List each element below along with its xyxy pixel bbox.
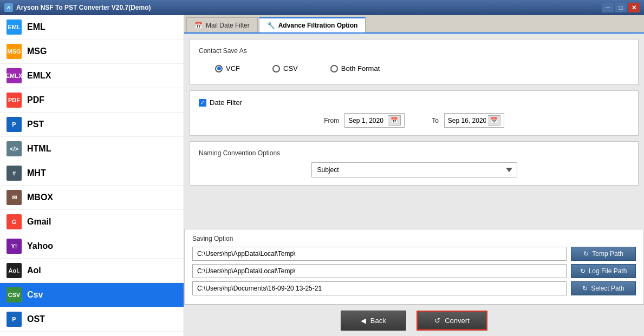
mbox-label: MBOX <box>27 193 53 202</box>
pdf-label: PDF <box>27 95 44 105</box>
log-file-path-row: ↻ Log File Path <box>192 264 636 278</box>
date-row: From 📅 To 📅 <box>199 113 629 128</box>
temp-path-icon: ↻ <box>583 250 589 258</box>
select-path-button[interactable]: ↻ Select Path <box>571 281 636 295</box>
radio-vcf[interactable]: VCF <box>215 64 240 73</box>
mht-icon: # <box>6 166 22 181</box>
select-path-input[interactable] <box>192 281 567 295</box>
temp-path-label: Temp Path <box>592 250 623 258</box>
pst-label: PST <box>27 120 44 129</box>
naming-convention-select[interactable]: Subject Date From To Attachment <box>311 162 517 177</box>
tab-mail-date-filter[interactable]: 📅 Mail Date Filter <box>186 17 258 32</box>
maximize-button[interactable]: □ <box>615 3 627 12</box>
log-file-path-input[interactable] <box>192 264 567 278</box>
contact-save-as-section: Contact Save As VCF CSV Both Format <box>190 39 639 85</box>
from-date-field[interactable] <box>348 117 386 124</box>
mbox-icon: ✉ <box>6 190 22 205</box>
yahoo-label: Yahoo <box>27 241 53 251</box>
sidebar-item-csv[interactable]: CSVCsv <box>0 283 184 307</box>
sidebar-item-pst[interactable]: PPST <box>0 113 184 137</box>
minimize-button[interactable]: ─ <box>602 3 614 12</box>
tab-advance-filtration[interactable]: 🔧 Advance Filtration Option <box>259 17 366 32</box>
to-label: To <box>432 117 439 124</box>
select-path-label: Select Path <box>591 285 624 292</box>
sidebar-item-yahoo[interactable]: Y!Yahoo <box>0 234 184 259</box>
eml-icon: EML <box>6 19 22 35</box>
sidebar-item-pdf[interactable]: PDFPDF <box>0 88 184 113</box>
sidebar-item-html[interactable]: </>HTML <box>0 137 184 161</box>
sidebar-item-gmail[interactable]: GGmail <box>0 210 184 234</box>
yahoo-icon: Y! <box>6 239 22 254</box>
convert-icon: ↺ <box>434 317 440 325</box>
log-file-path-button[interactable]: ↻ Log File Path <box>571 264 636 278</box>
aol-label: Aol <box>27 266 41 275</box>
emlx-icon: EMLX <box>6 68 22 83</box>
sidebar-item-msg[interactable]: MSGMSG <box>0 39 184 64</box>
app-icon: A <box>4 3 13 12</box>
sidebar-item-mht[interactable]: #MHT <box>0 161 184 186</box>
naming-convention-row: Subject Date From To Attachment <box>199 162 629 177</box>
date-filter-header: Date Filter <box>199 98 629 107</box>
contact-save-as-radio-group: VCF CSV Both Format <box>199 60 629 77</box>
radio-csv-circle <box>272 65 280 73</box>
sidebar-item-emlx[interactable]: EMLXEMLX <box>0 64 184 88</box>
temp-path-button[interactable]: ↻ Temp Path <box>571 247 636 261</box>
msg-label: MSG <box>27 47 47 56</box>
log-file-path-icon: ↻ <box>580 267 586 275</box>
from-label: From <box>324 117 339 124</box>
csv-label: Csv <box>27 290 43 300</box>
back-icon: ◀ <box>361 317 366 325</box>
date-filter-checkbox[interactable] <box>199 99 206 107</box>
aol-icon: Aol. <box>6 263 22 278</box>
close-button[interactable]: ✕ <box>628 3 640 12</box>
mht-label: MHT <box>27 168 46 178</box>
msg-icon: MSG <box>6 44 22 59</box>
sidebar-item-mbox[interactable]: ✉MBOX <box>0 186 184 210</box>
emlx-label: EMLX <box>27 71 51 81</box>
sidebar-item-ost[interactable]: POST <box>0 307 184 332</box>
mail-date-filter-icon: 📅 <box>194 22 203 29</box>
tab-advance-filtration-label: Advance Filtration Option <box>278 22 358 29</box>
naming-convention-section: Naming Convention Options Subject Date F… <box>190 141 639 186</box>
sidebar-item-office365[interactable]: OOffice 365 <box>0 332 184 336</box>
radio-csv[interactable]: CSV <box>272 64 298 73</box>
app-body: EMLEMLMSGMSGEMLXEMLXPDFPDFPPST</>HTML#MH… <box>0 15 644 336</box>
radio-csv-label: CSV <box>283 64 298 73</box>
back-button[interactable]: ◀ Back <box>341 311 406 331</box>
saving-option-section: Saving Option ↻ Temp Path ↻ Log File Pat… <box>184 229 644 305</box>
convert-label: Convert <box>445 317 470 325</box>
back-label: Back <box>370 317 386 325</box>
from-date-input[interactable]: 📅 <box>344 113 405 128</box>
convert-button[interactable]: ↺ Convert <box>417 311 487 331</box>
radio-both-label: Both Format <box>341 64 380 73</box>
radio-vcf-circle <box>215 65 223 73</box>
title-bar-controls: ─ □ ✕ <box>602 3 640 12</box>
sidebar-item-eml[interactable]: EMLEML <box>0 15 184 39</box>
naming-convention-title: Naming Convention Options <box>199 149 629 157</box>
tab-bar: 📅 Mail Date Filter 🔧 Advance Filtration … <box>184 15 644 34</box>
select-path-icon: ↻ <box>582 285 588 292</box>
gmail-label: Gmail <box>27 217 51 227</box>
ost-icon: P <box>6 312 22 327</box>
title-bar-text: Aryson NSF To PST Converter V20.7(Demo) <box>16 4 151 11</box>
title-bar-left: A Aryson NSF To PST Converter V20.7(Demo… <box>4 3 151 12</box>
date-filter-section: Date Filter From 📅 To 📅 <box>190 90 639 136</box>
sidebar-item-aol[interactable]: Aol.Aol <box>0 259 184 283</box>
from-calendar-button[interactable]: 📅 <box>388 115 401 126</box>
csv-icon: CSV <box>6 287 22 302</box>
radio-both-format[interactable]: Both Format <box>330 64 380 73</box>
html-icon: </> <box>6 141 22 156</box>
temp-path-row: ↻ Temp Path <box>192 247 636 261</box>
to-date-input[interactable]: 📅 <box>444 113 504 128</box>
temp-path-input[interactable] <box>192 247 567 261</box>
bottom-bar: ◀ Back ↺ Convert <box>184 305 644 336</box>
pst-icon: P <box>6 117 22 132</box>
title-bar: A Aryson NSF To PST Converter V20.7(Demo… <box>0 0 644 15</box>
sidebar: EMLEMLMSGMSGEMLXEMLXPDFPDFPPST</>HTML#MH… <box>0 15 184 336</box>
radio-vcf-label: VCF <box>226 64 240 73</box>
to-date-field[interactable] <box>448 117 486 124</box>
tab-mail-date-filter-label: Mail Date Filter <box>206 22 250 29</box>
ost-label: OST <box>27 314 45 324</box>
to-calendar-button[interactable]: 📅 <box>488 115 500 126</box>
pdf-icon: PDF <box>6 93 22 108</box>
